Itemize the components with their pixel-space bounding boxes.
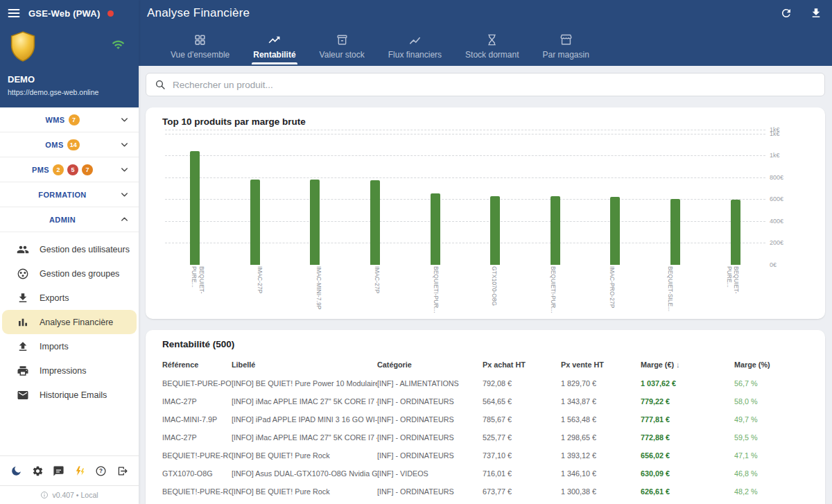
bolts-icon[interactable] xyxy=(74,465,86,477)
menu-icon[interactable] xyxy=(7,6,21,20)
sidebar-item-impressions[interactable]: Impressions xyxy=(2,358,137,383)
tab-valeur-stock[interactable]: Valeur stock xyxy=(318,26,366,66)
column-header-label: Px achat HT xyxy=(483,360,526,369)
column-header-libell[interactable]: Libellé xyxy=(232,355,377,374)
users-icon xyxy=(17,243,29,256)
sidebar-item-imports[interactable]: Imports xyxy=(2,334,137,358)
sidebar-section-oms[interactable]: OMS14 xyxy=(0,132,139,157)
sidebar-section-pms[interactable]: PMS257 xyxy=(0,157,139,182)
notification-badge: 5 xyxy=(67,164,78,175)
tab-bar: Vue d'ensembleRentabilitéValeur stockFlu… xyxy=(139,26,832,66)
chart-bar[interactable] xyxy=(190,151,200,265)
tab-vue-d-ensemble[interactable]: Vue d'ensemble xyxy=(169,26,231,66)
chart-title: Top 10 produits par marge brute xyxy=(162,116,808,127)
sidebar-section-admin[interactable]: ADMIN xyxy=(0,207,139,232)
help-icon[interactable]: ? xyxy=(95,465,107,477)
chevron-down-icon xyxy=(119,189,130,200)
cell-r6-c3: 673,77 € xyxy=(483,483,561,501)
column-header-px-achat-ht[interactable]: Px achat HT xyxy=(483,355,561,374)
sidebar-item-gestion-des-groupes[interactable]: Gestion des groupes xyxy=(2,261,137,286)
chart-plot xyxy=(165,128,765,265)
chart-bar[interactable] xyxy=(670,199,680,265)
download-icon[interactable] xyxy=(810,7,822,19)
section-main: OMS14 xyxy=(6,139,119,150)
cell-r1-c2: [INF] - ORDINATEURS xyxy=(377,392,483,410)
chart-bar[interactable] xyxy=(310,180,320,265)
tab-par-magasin[interactable]: Par magasin xyxy=(541,26,590,66)
chevron-up-icon xyxy=(119,214,130,225)
cell-r6-c4: 1 300,38 € xyxy=(561,483,641,501)
sidebar-item-exports[interactable]: Exports xyxy=(2,286,137,310)
tab-label: Valeur stock xyxy=(320,50,365,60)
sidebar-section-formation[interactable]: FORMATION xyxy=(0,182,139,207)
chart-bar[interactable] xyxy=(551,196,560,265)
y-axis-label: 400€ xyxy=(770,218,799,224)
cell-r3-c0: IMAC-27P xyxy=(162,428,232,446)
column-header-label: Référence xyxy=(162,360,198,369)
x-axis-label: IMAC-PRO-27P xyxy=(608,266,615,313)
gear-icon[interactable] xyxy=(32,465,44,477)
column-header-label: Catégorie xyxy=(377,360,412,369)
sidebar-footer-toolbar: ? xyxy=(0,455,139,485)
chart-bar[interactable] xyxy=(490,196,500,265)
sort-desc-icon[interactable]: ↓ xyxy=(676,360,680,369)
column-header-label: Libellé xyxy=(232,360,255,369)
top-bar: Analyse Financière Vue d'ensembleRentabi… xyxy=(139,0,832,66)
chart-bar[interactable] xyxy=(610,197,620,265)
tab-rentabilit[interactable]: Rentabilité xyxy=(252,26,297,66)
cell-r6-c1: [INFO] BE QUIET! Pure Rock xyxy=(232,483,377,501)
cell-r5-c3: 716,01 € xyxy=(483,464,561,483)
column-header-cat-gorie[interactable]: Catégorie xyxy=(377,355,483,374)
x-axis-label: BEQUIET!-PUR... xyxy=(433,266,440,313)
logout-icon[interactable] xyxy=(116,465,128,477)
status-dot xyxy=(107,10,114,17)
cell-r5-c6: 46,8 % xyxy=(734,464,808,483)
chat-icon[interactable] xyxy=(53,465,64,477)
cell-r4-c5: 656,02 € xyxy=(641,446,734,464)
email-icon xyxy=(17,389,29,401)
search-input[interactable] xyxy=(173,80,816,90)
show-chart-icon xyxy=(408,33,422,46)
chevron-down-icon xyxy=(119,164,130,175)
refresh-icon[interactable] xyxy=(780,7,792,19)
svg-text:?: ? xyxy=(99,468,103,474)
cell-r0-c5: 1 037,62 € xyxy=(641,374,734,392)
cell-r2-c6: 49,7 % xyxy=(734,410,808,428)
chart-bar[interactable] xyxy=(431,193,440,265)
chart-x-labels: BEQUIET-PURE...IMAC-27PIMAC-MINI-7.9PIMA… xyxy=(165,266,765,315)
group-work-icon xyxy=(17,268,29,280)
table-title: Rentabilité (500) xyxy=(162,339,808,349)
x-axis-label: BEQUIET-SILE... xyxy=(667,266,674,313)
cell-r5-c2: [INF] - VIDEOS xyxy=(377,464,483,483)
tab-flux-financiers[interactable]: Flux financiers xyxy=(387,26,443,66)
brand-row: GSE-Web (PWA) xyxy=(0,0,139,26)
dashboard-icon xyxy=(193,33,207,46)
cell-r6-c5: 626,61 € xyxy=(641,483,734,501)
chart-bar[interactable] xyxy=(731,200,740,265)
moon-icon[interactable] xyxy=(10,465,22,477)
cell-r2-c2: [INF] - ORDINATEURS xyxy=(377,410,483,428)
column-header-label: Marge (€) xyxy=(641,360,674,369)
cell-r6-c2: [INF] - ORDINATEURS xyxy=(377,483,483,501)
chart-bar[interactable] xyxy=(370,180,380,265)
search-icon xyxy=(155,79,166,90)
sidebar-item-historique-emails[interactable]: Historique Emails xyxy=(2,383,137,407)
shield-logo-icon xyxy=(6,29,40,64)
column-header-marge[interactable]: Marge (%) xyxy=(734,355,808,374)
cell-r1-c6: 58,0 % xyxy=(734,392,808,410)
column-header-r-f-rence[interactable]: Référence xyxy=(162,355,232,374)
tab-stock-dormant[interactable]: Stock dormant xyxy=(464,26,520,66)
sidebar-section-wms[interactable]: WMS7 xyxy=(0,107,139,132)
cell-r0-c0: BEQUIET-PURE-POWER-... xyxy=(162,374,232,392)
upload-icon xyxy=(17,340,29,353)
section-label: FORMATION xyxy=(38,191,86,199)
cell-r1-c1: [INFO] iMac APPLE IMAC 27" 5K CORE I7 4.… xyxy=(232,392,377,410)
y-axis-label: 200€ xyxy=(770,240,799,246)
column-header-marge[interactable]: Marge (€)↓ xyxy=(641,355,734,374)
topbar-actions xyxy=(780,7,824,19)
sidebar-item-gestion-des-utilisateurs[interactable]: Gestion des utilisateurs xyxy=(2,237,137,261)
column-header-px-vente-ht[interactable]: Px vente HT xyxy=(561,355,641,374)
sidebar-item-analyse-financi-re[interactable]: Analyse Financière xyxy=(2,310,137,334)
info-icon xyxy=(40,491,49,499)
chart-bar[interactable] xyxy=(250,180,260,265)
